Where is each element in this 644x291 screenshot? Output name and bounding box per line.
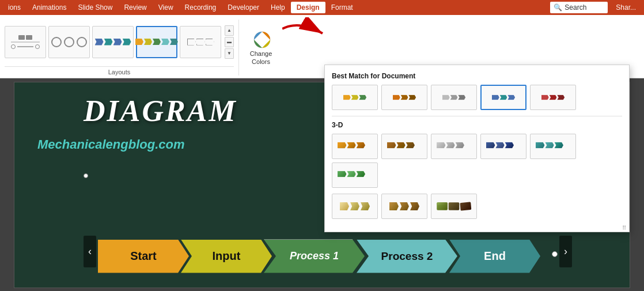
theme-bm4[interactable] — [480, 85, 526, 110]
change-colors-dropdown: Best Match for Document — [324, 65, 630, 232]
nav-arrow-right[interactable]: › — [559, 236, 572, 267]
step-end[interactable]: End — [449, 240, 540, 273]
theme-3d8[interactable] — [381, 194, 427, 219]
theme-3d4[interactable] — [480, 134, 526, 159]
menu-item-ions[interactable]: ions — [2, 2, 26, 13]
menu-item-view[interactable]: View — [153, 2, 179, 13]
menu-item-developer[interactable]: Developer — [222, 2, 265, 13]
resize-handle[interactable]: ⠿ — [622, 225, 628, 230]
three-d-title: 3-D — [332, 121, 622, 129]
theme-bm3[interactable] — [431, 85, 477, 110]
search-label: Search — [565, 3, 586, 12]
theme-bm2[interactable] — [381, 85, 427, 110]
selection-dot-right — [552, 251, 558, 257]
change-colors-label: ChangeColors — [250, 50, 272, 65]
process-steps: Start Input Process 1 Process 2 End — [98, 240, 540, 273]
layout-thumb-5[interactable] — [180, 26, 221, 58]
step-process2[interactable]: Process 2 — [357, 240, 457, 273]
theme-3d1[interactable] — [332, 134, 378, 159]
menu-item-slideshow[interactable]: Slide Show — [72, 2, 118, 13]
layout-thumb-4[interactable] — [136, 26, 177, 58]
watermark: Mechanicalengblog.com — [37, 137, 185, 152]
theme-3d9[interactable] — [431, 194, 477, 219]
menu-item-format[interactable]: Format — [325, 2, 359, 13]
layout-thumb-3[interactable] — [92, 26, 134, 58]
selection-handle-tl[interactable] — [84, 173, 88, 178]
menu-item-review[interactable]: Review — [118, 2, 152, 13]
section-divider — [332, 116, 622, 116]
menu-bar: ions Animations Slide Show Review View R… — [0, 0, 644, 15]
svg-point-1 — [259, 37, 265, 43]
menu-item-animations[interactable]: Animations — [26, 2, 72, 13]
best-match-themes — [332, 85, 622, 110]
theme-bm1[interactable] — [332, 85, 378, 110]
three-d-themes-row1 — [332, 134, 622, 188]
share-button[interactable]: Shar... — [610, 2, 642, 13]
scroll-up-button[interactable]: ▲ — [225, 25, 234, 36]
theme-bm5[interactable] — [530, 85, 576, 110]
layouts-section: ▲ ▬ ▼ Layouts — [5, 17, 234, 78]
toolbar-divider — [238, 20, 239, 75]
layout-thumb-2[interactable] — [48, 26, 90, 58]
three-d-themes-row2 — [332, 194, 622, 219]
layout-thumb-1[interactable] — [5, 26, 46, 58]
theme-3d5[interactable] — [530, 134, 576, 159]
change-colors-button[interactable]: ChangeColors — [244, 17, 278, 78]
slide-title: DIAGRAM — [84, 94, 237, 128]
layout-items: ▲ ▬ ▼ — [5, 17, 234, 66]
search-box[interactable]: 🔍 Search — [550, 2, 608, 13]
nav-arrow-left[interactable]: ‹ — [84, 236, 96, 267]
theme-3d6[interactable] — [332, 162, 378, 188]
step-start[interactable]: Start — [98, 240, 189, 273]
theme-3d3[interactable] — [431, 134, 477, 159]
step-process1[interactable]: Process 1 — [264, 240, 365, 273]
scroll-middle-button[interactable]: ▬ — [225, 37, 234, 47]
scroll-down-button[interactable]: ▼ — [225, 48, 234, 59]
theme-3d2[interactable] — [381, 134, 427, 159]
menu-right: 🔍 Search Shar... — [550, 2, 642, 13]
layouts-label: Layouts — [5, 66, 234, 78]
menu-item-recording[interactable]: Recording — [179, 2, 222, 13]
scroll-arrows: ▲ ▬ ▼ — [225, 25, 234, 59]
palette-icon — [252, 29, 270, 48]
search-icon: 🔍 — [554, 3, 562, 12]
menu-items-left: ions Animations Slide Show Review View R… — [2, 2, 550, 13]
menu-item-help[interactable]: Help — [265, 2, 291, 13]
step-input[interactable]: Input — [181, 240, 272, 273]
menu-item-design[interactable]: Design — [291, 2, 325, 13]
theme-3d7[interactable] — [332, 194, 378, 219]
best-match-title: Best Match for Document — [332, 72, 622, 80]
